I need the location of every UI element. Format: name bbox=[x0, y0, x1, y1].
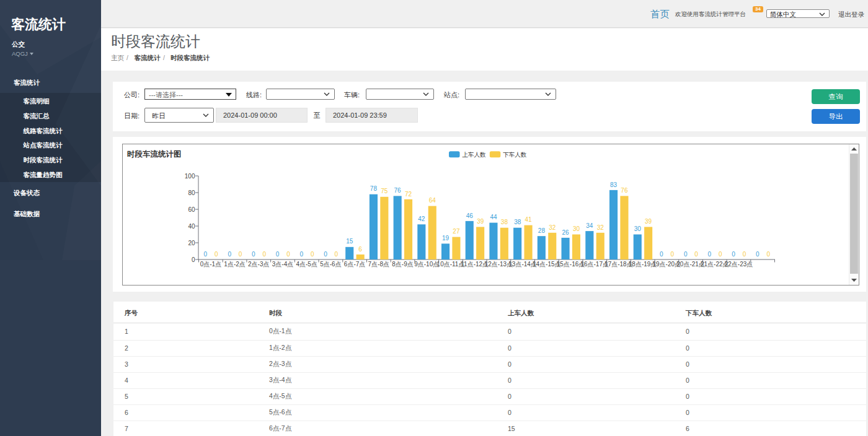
svg-text:76: 76 bbox=[394, 187, 402, 194]
svg-text:83: 83 bbox=[610, 181, 618, 188]
svg-text:0: 0 bbox=[743, 251, 746, 258]
svg-text:下车人数: 下车人数 bbox=[503, 151, 527, 158]
svg-text:100: 100 bbox=[185, 173, 195, 180]
svg-text:时段车流统计图: 时段车流统计图 bbox=[127, 149, 182, 159]
svg-text:0: 0 bbox=[660, 251, 663, 258]
svg-text:30: 30 bbox=[573, 225, 580, 232]
svg-text:22点-23点: 22点-23点 bbox=[725, 261, 753, 268]
svg-text:0: 0 bbox=[719, 251, 722, 258]
svg-text:7点-8点: 7点-8点 bbox=[368, 261, 389, 268]
svg-text:34: 34 bbox=[586, 222, 593, 229]
svg-text:5点-6点: 5点-6点 bbox=[320, 261, 341, 268]
svg-text:0: 0 bbox=[228, 251, 231, 258]
svg-text:60: 60 bbox=[188, 206, 195, 213]
svg-text:0: 0 bbox=[756, 251, 760, 258]
svg-text:32: 32 bbox=[597, 224, 604, 231]
svg-text:0: 0 bbox=[215, 251, 218, 258]
svg-text:72: 72 bbox=[405, 191, 412, 198]
svg-text:15: 15 bbox=[346, 238, 353, 245]
svg-text:78: 78 bbox=[370, 185, 378, 192]
svg-text:0: 0 bbox=[732, 251, 735, 258]
svg-text:1点-2点: 1点-2点 bbox=[224, 261, 245, 268]
svg-text:28: 28 bbox=[538, 227, 546, 234]
svg-text:2点-3点: 2点-3点 bbox=[248, 261, 269, 268]
svg-text:26: 26 bbox=[562, 229, 570, 236]
svg-text:0: 0 bbox=[694, 251, 698, 258]
svg-text:0: 0 bbox=[239, 251, 242, 258]
svg-text:44: 44 bbox=[490, 214, 497, 220]
svg-text:0: 0 bbox=[252, 251, 255, 258]
svg-text:0: 0 bbox=[192, 256, 195, 263]
svg-text:3点-4点: 3点-4点 bbox=[272, 261, 293, 268]
svg-text:8点-9点: 8点-9点 bbox=[392, 261, 413, 268]
svg-text:4点-5点: 4点-5点 bbox=[296, 261, 317, 268]
svg-text:41: 41 bbox=[525, 216, 533, 223]
svg-text:0: 0 bbox=[324, 251, 327, 258]
svg-text:46: 46 bbox=[466, 212, 474, 219]
svg-text:20: 20 bbox=[188, 240, 195, 246]
svg-text:40: 40 bbox=[188, 223, 195, 230]
svg-text:39: 39 bbox=[645, 218, 652, 225]
svg-text:上车人数: 上车人数 bbox=[463, 151, 487, 158]
svg-text:32: 32 bbox=[549, 224, 556, 231]
svg-text:6: 6 bbox=[358, 246, 362, 253]
svg-text:80: 80 bbox=[188, 190, 195, 196]
svg-text:64: 64 bbox=[429, 197, 436, 204]
svg-text:39: 39 bbox=[477, 218, 484, 225]
svg-text:0: 0 bbox=[300, 251, 304, 258]
svg-text:0点-1点: 0点-1点 bbox=[200, 261, 221, 268]
svg-text:0: 0 bbox=[671, 251, 675, 258]
svg-text:9点-10点: 9点-10点 bbox=[414, 261, 439, 268]
svg-text:38: 38 bbox=[501, 219, 508, 225]
svg-text:75: 75 bbox=[381, 188, 388, 194]
svg-text:76: 76 bbox=[621, 187, 628, 194]
svg-text:0: 0 bbox=[286, 251, 290, 258]
svg-text:0: 0 bbox=[684, 251, 688, 258]
svg-text:19: 19 bbox=[442, 235, 450, 242]
svg-text:27: 27 bbox=[453, 228, 460, 235]
svg-text:0: 0 bbox=[204, 251, 208, 258]
svg-text:6点-7点: 6点-7点 bbox=[344, 261, 365, 268]
svg-text:0: 0 bbox=[276, 251, 280, 258]
svg-text:42: 42 bbox=[418, 216, 425, 222]
svg-text:30: 30 bbox=[634, 225, 642, 232]
svg-text:0: 0 bbox=[311, 251, 314, 258]
svg-text:0: 0 bbox=[335, 251, 339, 258]
svg-text:0: 0 bbox=[766, 251, 770, 258]
svg-text:38: 38 bbox=[514, 219, 521, 225]
svg-text:0: 0 bbox=[263, 251, 267, 258]
svg-text:0: 0 bbox=[708, 251, 712, 258]
